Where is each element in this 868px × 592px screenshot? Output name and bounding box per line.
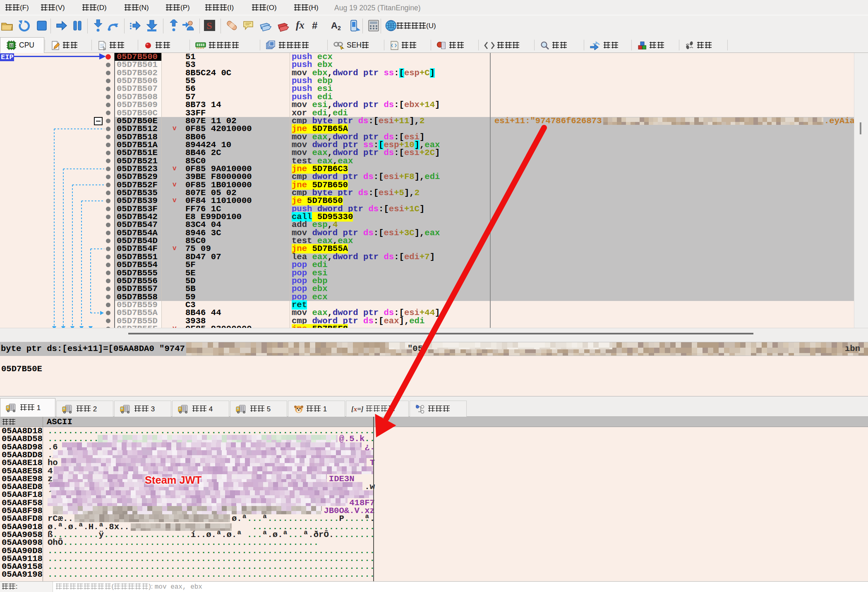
svg-text:S: S: [206, 20, 212, 31]
svg-text:o: o: [416, 404, 418, 407]
svg-text:!: !: [342, 46, 343, 49]
svg-text:32: 32: [10, 43, 14, 48]
svg-text:2: 2: [338, 25, 341, 31]
svg-text:#: #: [312, 20, 317, 31]
svg-text:A: A: [331, 20, 338, 31]
svg-text:fx: fx: [296, 19, 305, 31]
